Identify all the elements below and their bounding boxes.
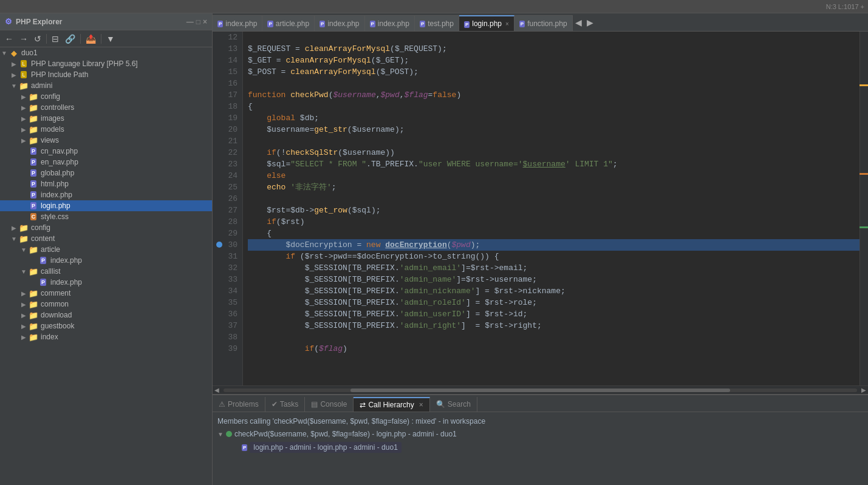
sidebar-item-html.php[interactable]: Phtml.php (0, 178, 212, 189)
tree-arrow-admini[interactable]: ▼ (10, 83, 18, 89)
tab-login-php-5[interactable]: Plogin.php× (459, 15, 514, 31)
tree-arrow-comment[interactable]: ▶ (19, 290, 28, 297)
collapse-button[interactable]: ⊟ (49, 33, 61, 45)
tab-close-5[interactable]: × (505, 21, 509, 27)
sidebar-item-login.php[interactable]: Plogin.php (0, 200, 212, 211)
sidebar-item-views[interactable]: ▶📁views (0, 135, 212, 146)
sidebar-item-php-include-path[interactable]: ▶LPHP Include Path (0, 69, 212, 80)
view-menu-button[interactable]: ▼ (104, 33, 117, 45)
sidebar-item-article[interactable]: ▼📁article (0, 244, 212, 255)
call-expand-arrow[interactable]: ▼ (217, 431, 224, 438)
minimize-icon[interactable]: — (186, 18, 194, 26)
tab-index-php-3[interactable]: Pindex.php (365, 15, 415, 31)
sidebar-item-download[interactable]: ▶📁download (0, 310, 212, 321)
tab-scroll-left[interactable]: ◀ (573, 18, 584, 27)
tree-icon-duo1: ◆ (9, 49, 19, 57)
tab-index-php-2[interactable]: Pindex.php (315, 15, 364, 31)
bottom-tab-tasks[interactable]: ✔ Tasks (265, 397, 306, 412)
bottom-tab-problems[interactable]: ⚠ Problems (213, 397, 265, 412)
tree-arrow-calllist[interactable]: ▼ (19, 268, 28, 275)
sidebar-item-images[interactable]: ▶📁images (0, 113, 212, 124)
scroll-track[interactable] (224, 388, 857, 392)
sidebar-item-cn_nav.php[interactable]: Pcn_nav.php (0, 146, 212, 157)
sidebar-item-content[interactable]: ▼📁content (0, 233, 212, 244)
tree-arrow-article[interactable]: ▼ (19, 246, 28, 253)
code-editor-container: 1213141516171819202122232425262728293031… (213, 32, 868, 385)
tab-function-php-6[interactable]: Pfunction.php (514, 15, 573, 31)
tree-arrow-download[interactable]: ▶ (19, 312, 28, 319)
top-bar-text: N:3 L:1017 + (826, 3, 864, 10)
bottom-tab-search[interactable]: 🔍 Search (430, 397, 477, 412)
tree-arrow-images[interactable]: ▶ (19, 115, 28, 122)
sidebar-item-calllist-index.php[interactable]: Pindex.php (0, 277, 212, 288)
tree-label-calllist: calllist (41, 267, 61, 276)
tab-test-php-4[interactable]: Ptest.php (415, 15, 459, 31)
tree-arrow-views[interactable]: ▶ (19, 137, 28, 144)
tree-label-download: download (41, 311, 72, 319)
back-button[interactable]: ← (2, 33, 16, 45)
tab-label-6: function.php (527, 19, 567, 28)
bottom-tab-console[interactable]: ▤ Console (305, 397, 354, 412)
sidebar-item-config[interactable]: ▶📁config (0, 91, 212, 102)
call-item-0[interactable]: ▼checkPwd($username, $pwd, $flag=false) … (217, 428, 863, 440)
tree-icon-config2: 📁 (18, 223, 29, 232)
sidebar-item-global.php[interactable]: Pglobal.php (0, 168, 212, 178)
tree-arrow-index[interactable]: ▶ (19, 334, 28, 341)
refresh-button[interactable]: ↺ (32, 33, 44, 45)
code-line-31: if ($rst->pwd==$docEncryption->to_string… (248, 251, 859, 262)
tree-arrow-guestbook[interactable]: ▶ (19, 323, 28, 330)
close-sidebar-icon[interactable]: × (203, 18, 207, 26)
sidebar-item-article-index.php[interactable]: Pindex.php (0, 255, 212, 266)
tab-label-2: index.php (327, 19, 359, 28)
tree-arrow-config2[interactable]: ▶ (10, 225, 18, 231)
sidebar-item-duo1[interactable]: ▼◆duo1 (0, 47, 212, 58)
tab-index-php-0[interactable]: Pindex.php (213, 15, 262, 31)
sidebar-item-index[interactable]: ▶📁index (0, 331, 212, 342)
tab-scroll-right[interactable]: ▶ (584, 18, 596, 27)
tab-article-php-1[interactable]: Particle.php (262, 15, 315, 31)
tree-arrow-duo1[interactable]: ▼ (0, 50, 9, 56)
sidebar-item-calllist[interactable]: ▼📁calllist (0, 266, 212, 277)
forward-button[interactable]: → (17, 33, 30, 45)
sidebar-item-php-lang-lib[interactable]: ▶LPHP Language Library [PHP 5.6] (0, 58, 212, 69)
sidebar-item-admini[interactable]: ▼📁admini (0, 80, 212, 91)
tree-icon-cn_nav.php: P (28, 147, 39, 155)
tree-icon-index: 📁 (28, 333, 39, 341)
call-sub-item-0-0[interactable]: Plogin.php - admini - login.php - admini… (217, 440, 863, 455)
tree-arrow-php-include-path[interactable]: ▶ (10, 72, 18, 78)
horizontal-scrollbar[interactable]: ◀ ▶ (213, 385, 868, 394)
maximize-icon[interactable]: □ (196, 18, 200, 26)
scroll-thumb[interactable] (350, 388, 731, 392)
tree-icon-global.php: P (28, 169, 39, 177)
sidebar-item-controllers[interactable]: ▶📁controllers (0, 102, 212, 113)
sidebar-item-comment[interactable]: ▶📁comment (0, 288, 212, 299)
link-editor-button[interactable]: 🔗 (63, 33, 78, 45)
code-line-30: $docEncryption = new docEncryption($pwd)… (248, 239, 859, 251)
scroll-left-btn[interactable]: ◀ (213, 387, 221, 393)
code-line-28: if($rst) (248, 216, 859, 228)
tree-arrow-models[interactable]: ▶ (19, 126, 28, 133)
bottom-tab-close-3[interactable]: × (419, 401, 423, 409)
tree-arrow-content[interactable]: ▼ (10, 236, 18, 242)
bottom-tab-call-hierarchy[interactable]: ⇄ Call Hierarchy× (354, 397, 429, 412)
sidebar-item-models[interactable]: ▶📁models (0, 124, 212, 135)
sidebar-item-guestbook[interactable]: ▶📁guestbook (0, 321, 212, 331)
code-line-22: if(!checkSqlStr($username)) (248, 147, 859, 158)
code-content[interactable]: $_REQUEST = cleanArrayForMysql($_REQUEST… (243, 32, 859, 385)
sidebar-item-index.php-admini[interactable]: Pindex.php (0, 189, 212, 200)
sidebar-item-config2[interactable]: ▶📁config (0, 222, 212, 233)
sidebar-item-common[interactable]: ▶📁common (0, 299, 212, 310)
bottom-tab-icon-3: ⇄ (360, 401, 366, 409)
scroll-right-btn[interactable]: ▶ (859, 387, 868, 393)
tree-arrow-config[interactable]: ▶ (19, 93, 28, 100)
tree-icon-php-lang-lib: L (18, 59, 29, 68)
tree-arrow-php-lang-lib[interactable]: ▶ (10, 61, 18, 67)
code-area[interactable]: 1213141516171819202122232425262728293031… (213, 32, 859, 385)
sidebar-item-en_nav.php[interactable]: Pen_nav.php (0, 157, 212, 168)
tree-arrow-common[interactable]: ▶ (19, 301, 28, 308)
editor-scrollbar[interactable] (859, 32, 868, 385)
settings-button[interactable]: 📤 (83, 33, 98, 45)
sidebar-item-style.css[interactable]: Cstyle.css (0, 211, 212, 222)
tree-label-models: models (41, 125, 64, 134)
tree-arrow-controllers[interactable]: ▶ (19, 104, 28, 111)
